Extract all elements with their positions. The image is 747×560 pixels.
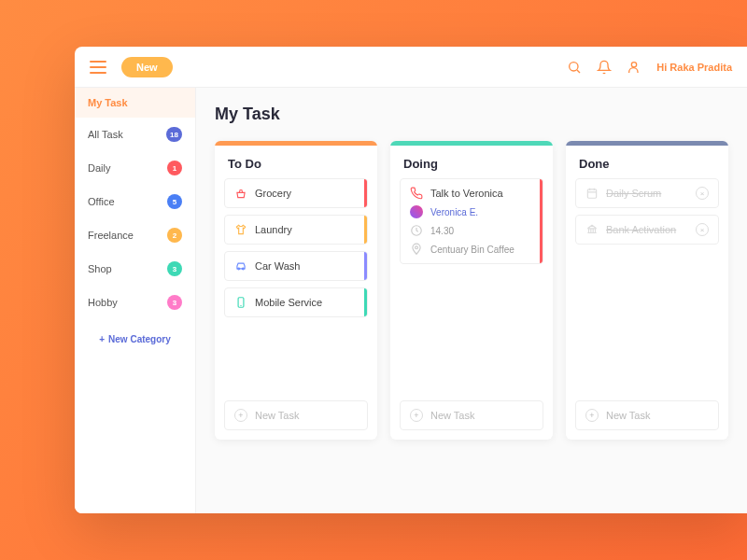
sidebar-item-office[interactable]: Office5 — [75, 185, 195, 218]
task-label: Grocery — [255, 188, 291, 199]
task-location: Centuary Bin Caffee — [430, 245, 514, 255]
sidebar-item-daily[interactable]: Daily1 — [75, 151, 195, 185]
column-title: To Do — [215, 146, 377, 178]
basket-icon — [234, 187, 247, 200]
task-time-row: 14.30 — [410, 224, 533, 237]
main-area: My Task All Task18 Daily1 Office5 Freela… — [75, 88, 747, 513]
menu-icon[interactable] — [90, 61, 106, 74]
close-icon[interactable]: × — [696, 187, 709, 200]
column-body: Talk to Veronica Veronica E. 14.30 Centu… — [390, 178, 553, 393]
sidebar-item-my-task[interactable]: My Task — [75, 88, 195, 118]
task-card-done[interactable]: Daily Scrum× — [575, 178, 719, 208]
car-icon — [234, 259, 247, 273]
bank-icon — [585, 223, 599, 236]
new-task-button[interactable]: +New Task — [575, 400, 719, 430]
column-done: Done Daily Scrum× Bank Activation× +New … — [566, 141, 728, 440]
bell-icon[interactable] — [597, 60, 612, 75]
task-card[interactable]: Laundry — [224, 215, 368, 245]
task-label: Car Wash — [255, 260, 301, 272]
new-task-label: New Task — [430, 410, 474, 421]
sidebar-item-label: Shop — [88, 263, 112, 274]
sidebar-item-label: Hobby — [88, 297, 118, 308]
new-task-label: New Task — [255, 410, 299, 421]
phone-call-icon — [410, 187, 423, 200]
new-task-label: New Task — [606, 410, 650, 421]
task-stripe — [364, 179, 367, 207]
task-stripe — [540, 179, 543, 263]
task-stripe — [364, 288, 367, 316]
task-person-row: Veronica E. — [410, 205, 533, 218]
sidebar-item-label: Office — [88, 196, 115, 207]
avatar — [410, 205, 423, 218]
page-title: My Task — [215, 105, 728, 124]
sidebar-item-label: Daily — [88, 162, 110, 174]
task-label: Laundry — [255, 224, 292, 235]
greeting-text: Hi Raka Pradita — [656, 62, 732, 73]
search-icon[interactable] — [567, 60, 582, 75]
column-body: Daily Scrum× Bank Activation× — [566, 178, 728, 393]
kanban-columns: To Do Grocery Laundry Car Wash Mobile Se… — [215, 141, 728, 440]
task-card-done[interactable]: Bank Activation× — [575, 215, 719, 245]
column-body: Grocery Laundry Car Wash Mobile Service — [215, 178, 377, 393]
column-todo: To Do Grocery Laundry Car Wash Mobile Se… — [215, 141, 377, 440]
plus-icon: + — [99, 334, 105, 344]
sidebar-item-label: All Task — [88, 129, 123, 140]
calendar-icon — [585, 187, 599, 200]
plus-icon: + — [234, 409, 247, 422]
phone-icon — [234, 296, 247, 309]
column-title: Doing — [390, 146, 553, 178]
sidebar-item-label: My Task — [88, 97, 128, 108]
new-task-button[interactable]: +New Task — [400, 400, 543, 430]
sidebar-item-all-task[interactable]: All Task18 — [75, 118, 195, 151]
badge: 5 — [167, 194, 182, 209]
sidebar-item-hobby[interactable]: Hobby3 — [75, 286, 195, 319]
svg-point-2 — [632, 62, 637, 66]
content: My Task To Do Grocery Laundry Car Wash M… — [196, 88, 747, 513]
shirt-icon — [234, 223, 247, 236]
task-person: Veronica E. — [430, 207, 478, 217]
task-card[interactable]: Grocery — [224, 178, 368, 208]
task-location-row: Centuary Bin Caffee — [410, 243, 533, 256]
svg-rect-9 — [587, 189, 596, 198]
topbar: New Hi Raka Pradita — [75, 47, 747, 88]
badge: 3 — [167, 261, 182, 276]
new-category-label: New Category — [108, 334, 171, 344]
badge: 18 — [166, 127, 182, 142]
column-doing: Doing Talk to Veronica Veronica E. 14.30… — [390, 141, 553, 440]
svg-point-0 — [570, 62, 578, 70]
task-label: Talk to Veronica — [430, 188, 503, 199]
badge: 1 — [167, 161, 182, 175]
new-category-button[interactable]: +New Category — [75, 319, 195, 359]
sidebar-item-shop[interactable]: Shop3 — [75, 252, 195, 286]
task-label: Bank Activation — [606, 224, 676, 235]
svg-point-8 — [416, 246, 418, 249]
task-stripe — [364, 252, 367, 280]
new-task-button[interactable]: +New Task — [224, 400, 368, 430]
task-card[interactable]: Car Wash — [224, 251, 368, 281]
svg-line-1 — [577, 70, 580, 73]
sidebar-item-label: Freelance — [88, 230, 134, 241]
user-icon[interactable] — [627, 60, 641, 75]
badge: 2 — [167, 228, 182, 243]
task-label: Mobile Service — [255, 297, 322, 308]
clock-icon — [410, 224, 423, 237]
new-button[interactable]: New — [121, 57, 173, 77]
column-title: Done — [566, 146, 728, 178]
task-stripe — [364, 216, 367, 244]
plus-icon: + — [410, 409, 423, 422]
task-label: Daily Scrum — [606, 188, 661, 199]
sidebar: My Task All Task18 Daily1 Office5 Freela… — [75, 88, 196, 513]
task-card[interactable]: Mobile Service — [224, 287, 368, 317]
topbar-actions: Hi Raka Pradita — [567, 60, 732, 75]
location-icon — [410, 243, 423, 256]
badge: 3 — [167, 295, 182, 310]
task-title-row: Talk to Veronica — [410, 187, 533, 200]
sidebar-item-freelance[interactable]: Freelance2 — [75, 218, 195, 252]
app-window: New Hi Raka Pradita My Task All Task18 D… — [75, 47, 747, 513]
task-time: 14.30 — [430, 226, 454, 236]
close-icon[interactable]: × — [696, 223, 709, 236]
task-card-expanded[interactable]: Talk to Veronica Veronica E. 14.30 Centu… — [400, 178, 543, 264]
plus-icon: + — [585, 409, 599, 422]
